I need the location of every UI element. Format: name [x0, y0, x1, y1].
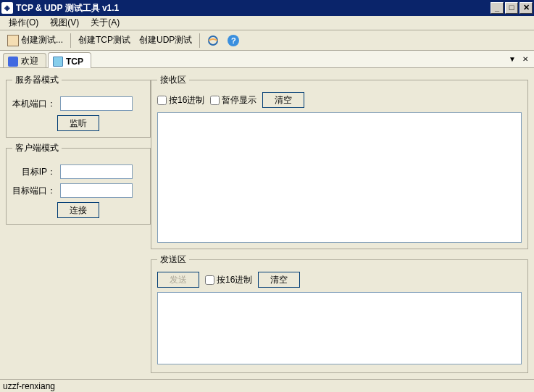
right-column: 接收区 按16进制 暂停显示 清空 发送区 发送 按16进制 [151, 74, 528, 373]
menu-operation[interactable]: 操作(O) [3, 15, 44, 30]
left-column: 服务器模式 本机端口： 监听 客户端模式 目标IP： 目标端口： 连接 [6, 74, 151, 373]
toolbar-ie-button[interactable] [203, 33, 223, 49]
receive-hex-checkbox-label[interactable]: 按16进制 [157, 94, 204, 107]
receive-group: 接收区 按16进制 暂停显示 清空 [151, 74, 528, 249]
tab-tcp[interactable]: TCP [48, 52, 91, 68]
content-area: 服务器模式 本机端口： 监听 客户端模式 目标IP： 目标端口： 连接 [0, 68, 534, 379]
local-port-input[interactable] [60, 96, 133, 111]
menu-bar: 操作(O) 视图(V) 关于(A) [0, 16, 534, 30]
target-port-label: 目标端口： [12, 185, 56, 197]
send-button[interactable]: 发送 [157, 272, 199, 288]
send-group: 发送区 发送 按16进制 清空 [151, 254, 528, 373]
send-legend: 发送区 [157, 254, 189, 266]
receive-pause-checkbox-label[interactable]: 暂停显示 [210, 94, 256, 107]
menu-about[interactable]: 关于(A) [85, 15, 125, 30]
receive-hex-checkbox[interactable] [157, 96, 167, 105]
title-text: TCP & UDP 测试工具 v1.1 [16, 2, 491, 14]
receive-pause-text: 暂停显示 [222, 94, 256, 107]
status-text: uzzf-renxiang [3, 381, 55, 391]
toolbar-create-tcp-label: 创建TCP测试 [78, 34, 130, 46]
receive-textarea[interactable] [157, 112, 522, 243]
receive-pause-checkbox[interactable] [210, 96, 220, 105]
document-icon [7, 35, 19, 46]
tab-welcome[interactable]: 欢迎 [3, 53, 46, 67]
listen-button[interactable]: 监听 [57, 115, 99, 131]
client-mode-group: 客户端模式 目标IP： 目标端口： 连接 [6, 142, 151, 225]
toolbar-separator [70, 33, 71, 48]
server-mode-group: 服务器模式 本机端口： 监听 [6, 74, 151, 138]
send-hex-checkbox[interactable] [205, 275, 214, 285]
toolbar-create-tcp-test[interactable]: 创建TCP测试 [74, 32, 135, 49]
receive-clear-button[interactable]: 清空 [262, 92, 304, 108]
tab-dropdown-icon[interactable]: ▼ [506, 54, 518, 65]
ie-icon [207, 35, 219, 46]
tab-bar-controls: ▼ ✕ [506, 54, 531, 65]
receive-hex-text: 按16进制 [169, 94, 204, 107]
menu-view[interactable]: 视图(V) [44, 15, 85, 30]
tab-close-icon[interactable]: ✕ [520, 54, 531, 65]
toolbar-create-udp-label: 创建UDP测试 [139, 34, 192, 46]
local-port-label: 本机端口： [12, 98, 56, 110]
target-ip-label: 目标IP： [12, 166, 56, 178]
help-icon: ? [228, 35, 239, 46]
toolbar-create-test[interactable]: 创建测试... [3, 32, 67, 49]
tab-bar: 欢迎 TCP ▼ ✕ [0, 51, 534, 68]
close-button[interactable]: ✕ [520, 2, 533, 14]
minimize-button[interactable]: _ [491, 2, 504, 14]
send-clear-button[interactable]: 清空 [258, 272, 300, 288]
tcp-tab-icon [53, 57, 63, 67]
toolbar-create-test-label: 创建测试... [21, 34, 63, 46]
toolbar-create-udp-test[interactable]: 创建UDP测试 [135, 32, 196, 49]
target-port-input[interactable] [60, 183, 133, 198]
toolbar-help-button[interactable]: ? [223, 33, 243, 49]
send-hex-text: 按16进制 [217, 274, 252, 286]
maximize-button[interactable]: □ [505, 2, 518, 14]
send-textarea[interactable] [157, 292, 522, 364]
title-bar: ◈ TCP & UDP 测试工具 v1.1 _ □ ✕ [0, 0, 534, 16]
toolbar: 创建测试... 创建TCP测试 创建UDP测试 ? [0, 30, 534, 51]
target-ip-input[interactable] [60, 164, 133, 179]
send-hex-checkbox-label[interactable]: 按16进制 [205, 274, 252, 286]
receive-legend: 接收区 [157, 74, 189, 86]
toolbar-separator [199, 33, 200, 48]
tab-welcome-label: 欢迎 [21, 55, 38, 67]
tab-tcp-label: TCP [66, 57, 83, 67]
connect-button[interactable]: 连接 [57, 202, 99, 218]
status-bar: uzzf-renxiang [0, 379, 534, 392]
client-mode-legend: 客户端模式 [12, 142, 62, 154]
app-icon: ◈ [1, 2, 13, 14]
window-controls: _ □ ✕ [491, 2, 533, 14]
welcome-tab-icon [8, 57, 18, 67]
server-mode-legend: 服务器模式 [12, 74, 62, 86]
